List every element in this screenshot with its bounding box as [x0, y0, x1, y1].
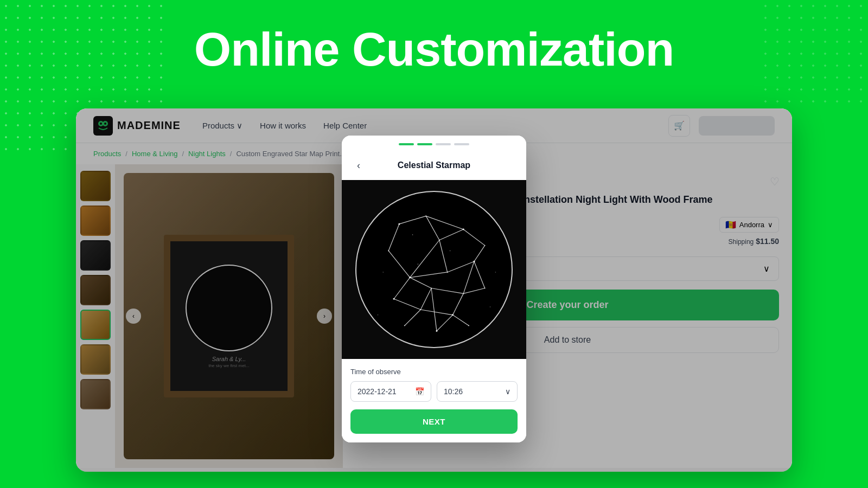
modal-starmap-area	[342, 180, 526, 359]
browser-window: MADEMINE Products ∨ How it works Help Ce…	[76, 108, 792, 472]
svg-point-38	[412, 234, 413, 235]
svg-line-35	[394, 278, 410, 299]
svg-line-31	[437, 315, 453, 331]
svg-line-25	[439, 240, 448, 272]
time-value: 10:26	[444, 387, 463, 396]
svg-line-29	[474, 261, 485, 288]
svg-line-27	[420, 288, 431, 310]
progress-dot-3	[436, 143, 451, 145]
progress-dot-2	[417, 143, 432, 145]
modal-back-button[interactable]: ‹	[350, 157, 367, 174]
svg-line-33	[388, 224, 399, 251]
time-input[interactable]: 10:26 ∨	[437, 381, 518, 402]
svg-line-23	[426, 216, 439, 240]
customization-modal: ‹ Celestial Starmap	[342, 136, 526, 442]
svg-line-34	[453, 293, 464, 314]
svg-line-24	[439, 229, 463, 240]
modal-title: Celestial Starmap	[367, 160, 501, 170]
progress-dot-1	[399, 143, 414, 145]
svg-point-43	[490, 306, 491, 307]
date-input[interactable]: 2022-12-21 📅	[350, 381, 431, 402]
svg-point-39	[450, 251, 451, 252]
calendar-icon: 📅	[415, 387, 424, 396]
svg-point-40	[383, 272, 384, 273]
svg-line-30	[405, 310, 421, 326]
svg-point-41	[495, 272, 496, 273]
svg-point-44	[378, 314, 379, 316]
hero-title: Online Customization	[0, 22, 868, 77]
time-inputs-row: 2022-12-21 📅 10:26 ∨	[350, 381, 518, 402]
progress-dot-4	[454, 143, 469, 145]
svg-line-26	[410, 272, 448, 278]
svg-line-28	[448, 261, 474, 272]
next-button[interactable]: NEXT	[350, 409, 518, 434]
constellation-svg	[356, 192, 512, 347]
starmap-circle	[355, 191, 513, 348]
svg-line-36	[410, 240, 439, 278]
date-value: 2022-12-21	[358, 387, 397, 396]
svg-line-32	[463, 288, 484, 294]
modal-form: Time of observe 2022-12-21 📅 10:26 ∨ NEX…	[342, 359, 526, 442]
modal-header: ‹ Celestial Starmap	[342, 153, 526, 180]
svg-point-42	[418, 264, 419, 265]
svg-line-37	[431, 288, 437, 331]
time-of-observe-label: Time of observe	[350, 368, 518, 376]
modal-progress	[342, 136, 526, 153]
time-chevron-icon: ∨	[505, 387, 510, 396]
modal-overlay: ‹ Celestial Starmap	[76, 108, 792, 472]
